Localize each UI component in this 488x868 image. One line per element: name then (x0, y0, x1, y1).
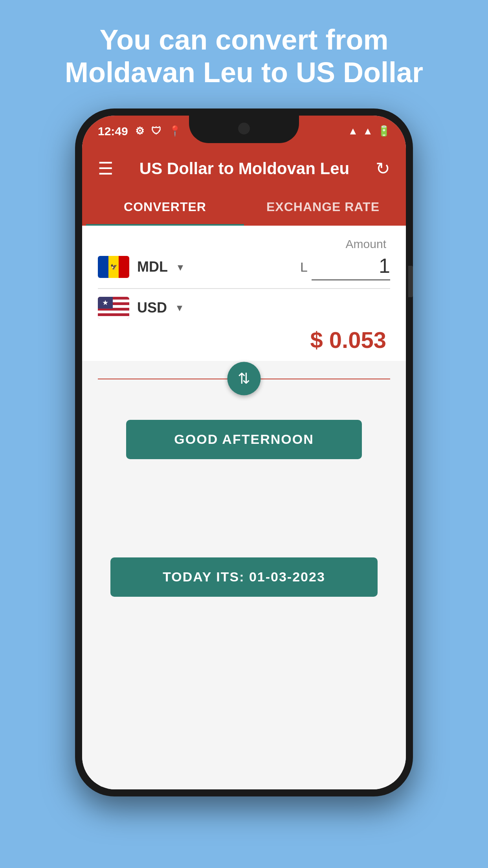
app-bar: ☰ US Dollar to Moldovan Leu ↻ (82, 147, 406, 190)
phone-screen: 12:49 ⚙ 🛡 📍 ▲ ▲ 🔋 ☰ US Dollar to Moldova… (82, 116, 406, 789)
greeting-button[interactable]: GOOD AFTERNOON (126, 420, 362, 459)
main-content: Amount 🦅 MDL (82, 226, 406, 789)
status-time: 12:49 (98, 125, 128, 138)
status-right: ▲ ▲ 🔋 (348, 125, 390, 137)
battery-icon: 🔋 (378, 125, 390, 137)
tabs-container: CONVERTER EXCHANGE RATE (82, 190, 406, 226)
flag-red-stripe (119, 256, 129, 278)
settings-icon: ⚙ (135, 125, 144, 137)
amount-right: L (300, 254, 390, 280)
usd-flag: ★ (98, 297, 129, 319)
refresh-icon[interactable]: ↻ (376, 158, 390, 178)
swap-section: ⇅ (82, 361, 406, 396)
button-section: GOOD AFTERNOON TODAY ITS: 01-03-2023 (82, 396, 406, 609)
wifi-icon: ▲ (348, 125, 358, 137)
from-currency-dropdown[interactable]: ▾ (178, 261, 183, 274)
signal-icon: ▲ (363, 125, 373, 137)
camera (238, 123, 250, 134)
date-button[interactable]: TODAY ITS: 01-03-2023 (110, 557, 378, 597)
to-currency-dropdown[interactable]: ▾ (177, 301, 182, 314)
divider-line (98, 288, 390, 289)
hero-title: You can convert from Moldavan Leu to US … (0, 0, 488, 105)
tab-converter[interactable]: CONVERTER (86, 190, 244, 226)
notch (189, 116, 299, 143)
usd-stripe-4 (98, 316, 129, 319)
swap-button[interactable]: ⇅ (227, 362, 261, 395)
conversion-result: $ 0.053 (98, 327, 390, 353)
usd-canton: ★ (98, 297, 113, 309)
menu-icon[interactable]: ☰ (98, 160, 113, 177)
mdl-flag: 🦅 (98, 256, 129, 278)
from-currency-left: 🦅 MDL ▾ (98, 256, 183, 278)
flag-yellow-stripe: 🦅 (108, 256, 119, 278)
amount-label: Amount (98, 237, 390, 251)
location-icon: 📍 (169, 125, 181, 137)
from-currency-symbol: L (300, 259, 308, 275)
to-currency-code: USD (137, 300, 167, 316)
star-icon: ★ (102, 298, 108, 307)
from-currency-code: MDL (137, 259, 168, 275)
status-left: 12:49 ⚙ 🛡 📍 (98, 125, 181, 138)
tab-exchange-rate[interactable]: EXCHANGE RATE (244, 190, 402, 226)
shield-icon: 🛡 (151, 125, 161, 137)
flag-blue-stripe (98, 256, 108, 278)
hero-section: You can convert from Moldavan Leu to US … (0, 0, 488, 105)
from-currency-row: 🦅 MDL ▾ L (98, 254, 390, 280)
to-currency-left: ★ USD ▾ (98, 297, 182, 319)
currency-section: Amount 🦅 MDL (82, 226, 406, 361)
usd-stripe-3 (98, 311, 129, 313)
volume-button (408, 266, 413, 297)
app-bar-title: US Dollar to Moldovan Leu (113, 159, 376, 178)
swap-arrows-icon: ⇅ (238, 371, 250, 386)
screen-content: 12:49 ⚙ 🛡 📍 ▲ ▲ 🔋 ☰ US Dollar to Moldova… (82, 116, 406, 789)
phone-mockup: 12:49 ⚙ 🛡 📍 ▲ ▲ 🔋 ☰ US Dollar to Moldova… (75, 108, 413, 796)
amount-input[interactable] (312, 254, 390, 280)
to-currency-row: ★ USD ▾ (98, 297, 390, 319)
